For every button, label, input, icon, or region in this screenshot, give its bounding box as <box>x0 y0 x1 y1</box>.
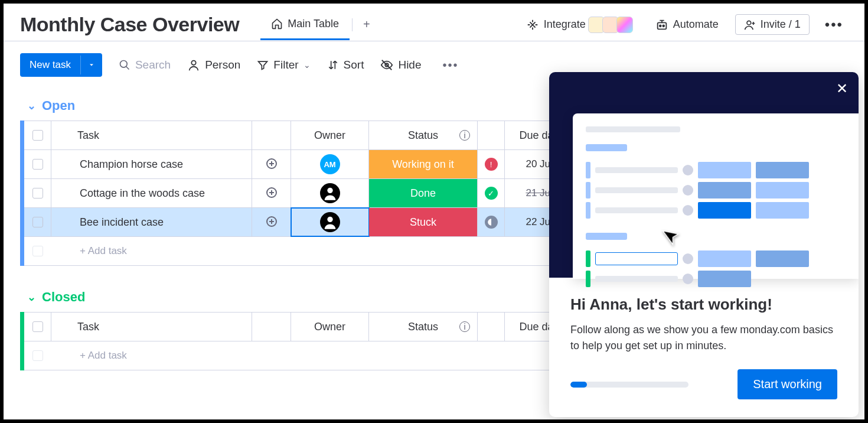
conversation-cell[interactable] <box>252 179 291 207</box>
automate-button[interactable]: Automate <box>650 15 725 35</box>
row-checkbox-cell[interactable] <box>24 150 51 178</box>
invite-label: Invite / 1 <box>761 18 801 31</box>
owner-avatar <box>320 212 340 232</box>
chevron-down-icon: ⌄ <box>27 291 36 304</box>
new-task-dropdown[interactable] <box>80 56 102 74</box>
integrate-button[interactable]: Integrate <box>520 13 639 37</box>
tab-label: Main Table <box>288 18 339 30</box>
add-tab-button[interactable]: + <box>355 13 378 36</box>
col-status-icon <box>478 313 505 341</box>
robot-icon <box>655 18 668 31</box>
owner-cell[interactable] <box>291 208 369 236</box>
new-task-label[interactable]: New task <box>20 53 80 77</box>
tab-main-table[interactable]: Main Table <box>260 9 350 40</box>
popup-footer: Start working <box>549 369 859 417</box>
svg-point-1 <box>660 25 661 27</box>
close-icon: ✕ <box>836 80 848 96</box>
owner-avatar <box>320 183 340 203</box>
col-status[interactable]: Status i <box>369 313 478 341</box>
checkbox <box>32 350 43 361</box>
check-icon: ✓ <box>485 187 498 200</box>
popup-illustration <box>573 113 859 279</box>
status-value: Done <box>369 179 477 207</box>
popup-description: Follow along as we show you a few monday… <box>570 322 837 354</box>
filter-button[interactable]: Filter ⌄ <box>257 58 310 71</box>
checkbox[interactable] <box>32 130 43 141</box>
status-icon-cell: ✓ <box>478 179 505 207</box>
owner-cell[interactable] <box>291 179 369 207</box>
status-value: Stuck <box>369 208 477 236</box>
conversation-cell[interactable] <box>252 150 291 178</box>
group-closed-label: Closed <box>42 289 85 305</box>
status-icon-cell <box>478 208 505 236</box>
info-icon[interactable]: i <box>459 321 470 332</box>
integration-badge-icon <box>616 17 633 33</box>
search-button[interactable]: Search <box>119 58 171 71</box>
filter-icon <box>257 59 269 71</box>
task-name-cell[interactable]: Bee incident case <box>51 208 252 236</box>
svg-point-4 <box>120 61 127 68</box>
progress-fill <box>570 382 587 388</box>
group-open-label: Open <box>42 98 75 113</box>
col-status-icon <box>478 121 505 149</box>
hide-button[interactable]: Hide <box>380 58 421 71</box>
checkbox[interactable] <box>32 159 43 170</box>
checkbox <box>32 246 43 256</box>
svg-point-9 <box>327 188 332 193</box>
svg-point-11 <box>327 217 332 222</box>
col-owner[interactable]: Owner <box>291 121 369 149</box>
col-status[interactable]: Status i <box>369 121 478 149</box>
group-color-bar <box>20 312 24 370</box>
checkbox[interactable] <box>32 321 43 332</box>
col-conversation <box>252 121 291 149</box>
sort-button[interactable]: Sort <box>327 58 364 71</box>
row-checkbox-cell <box>24 341 51 370</box>
owner-cell[interactable]: AM <box>291 150 369 178</box>
person-icon <box>322 185 338 201</box>
select-all-cell[interactable] <box>24 313 51 341</box>
owner-avatar: AM <box>320 154 340 174</box>
select-all-cell[interactable] <box>24 121 51 149</box>
svg-point-2 <box>663 25 664 27</box>
group-color-bar <box>20 121 24 266</box>
integrate-icon <box>526 18 539 31</box>
col-status-label: Status <box>408 129 438 142</box>
conversation-cell[interactable] <box>252 208 291 236</box>
col-task[interactable]: Task <box>51 121 252 149</box>
checkbox[interactable] <box>32 188 43 199</box>
col-owner[interactable]: Owner <box>291 313 369 341</box>
task-name-cell[interactable]: Cottage in the woods case <box>51 179 252 207</box>
popup-body: Hi Anna, let's start working! Follow alo… <box>549 278 859 369</box>
task-name-cell[interactable]: Champion horse case <box>51 150 252 178</box>
person-filter-button[interactable]: Person <box>187 58 240 71</box>
person-icon <box>322 214 338 230</box>
header-actions: Integrate Automate Invite / 1 ••• <box>520 13 848 37</box>
row-checkbox-cell[interactable] <box>24 179 51 207</box>
start-working-button[interactable]: Start working <box>738 369 837 399</box>
checkbox[interactable] <box>32 217 43 227</box>
svg-rect-0 <box>657 22 666 29</box>
info-icon[interactable]: i <box>459 130 470 141</box>
search-placeholder: Search <box>135 58 171 71</box>
more-menu-button[interactable]: ••• <box>820 17 848 33</box>
board-header: Monthly Case Overview Main Table + Integ… <box>4 4 864 41</box>
status-icon-cell: ! <box>478 150 505 178</box>
svg-point-3 <box>747 21 751 25</box>
invite-button[interactable]: Invite / 1 <box>735 14 810 35</box>
svg-point-5 <box>191 61 195 65</box>
sort-icon <box>327 59 339 71</box>
person-label: Person <box>205 58 240 71</box>
integrate-label: Integrate <box>544 18 586 31</box>
view-tabs: Main Table + <box>260 9 378 40</box>
toolbar-more-button[interactable]: ••• <box>438 58 464 72</box>
board-title: Monthly Case Overview <box>20 13 239 36</box>
status-cell[interactable]: Done <box>369 179 478 207</box>
conversation-icon <box>265 186 279 200</box>
col-task[interactable]: Task <box>51 313 252 341</box>
tab-separator <box>352 18 353 31</box>
status-cell[interactable]: Working on it <box>369 150 478 178</box>
status-cell[interactable]: Stuck <box>369 208 478 236</box>
close-button[interactable]: ✕ <box>836 80 848 97</box>
row-checkbox-cell[interactable] <box>24 208 51 236</box>
new-task-button[interactable]: New task <box>20 53 102 77</box>
